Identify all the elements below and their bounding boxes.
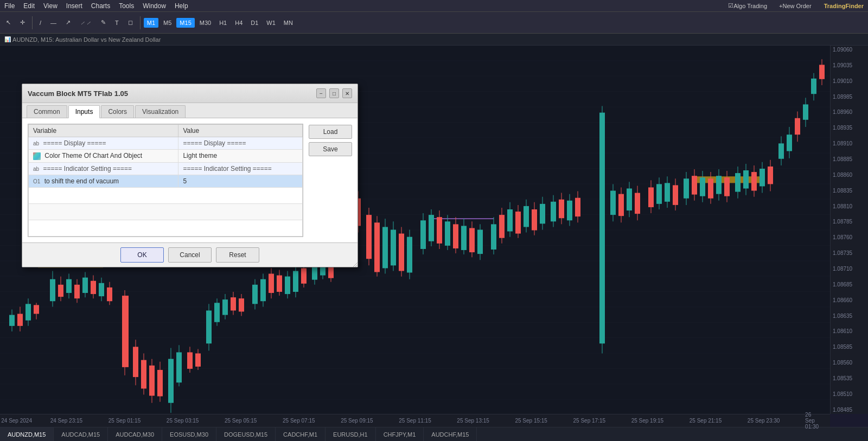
- toolbar-sep-2: [140, 16, 141, 29]
- var-cell: Color Theme Of Chart And Object: [29, 150, 178, 163]
- table-row-empty: [29, 203, 303, 220]
- pencil-tool[interactable]: ✎: [97, 15, 110, 30]
- variable-table: Variable Value ab ===== Display =====: [28, 124, 303, 237]
- menu-window[interactable]: Window: [143, 2, 166, 10]
- val-cell[interactable]: 5: [178, 175, 303, 187]
- algo-trading-button[interactable]: ☑ Algo Trading: [724, 0, 771, 14]
- menu-file[interactable]: File: [4, 2, 15, 10]
- ab-icon-2: ab: [33, 166, 39, 172]
- close-button[interactable]: ✕: [342, 88, 352, 98]
- load-button[interactable]: Load: [309, 125, 352, 139]
- var-cell: ab ===== Display =====: [29, 137, 178, 150]
- menu-insert[interactable]: Insert: [66, 2, 82, 10]
- val-cell[interactable]: Light theme: [178, 150, 303, 163]
- bottom-tab-3[interactable]: EOSUSD,M30: [162, 427, 216, 442]
- col-variable: Variable: [29, 125, 178, 137]
- dialog-title: Vaccum Block MT5 TFlab 1.05: [28, 90, 128, 98]
- chart-header: 📊 AUDNZD, M15: Australian Dollar vs New …: [0, 34, 868, 46]
- table-row-empty: [29, 220, 303, 236]
- toolbar-sep-1: [32, 16, 33, 29]
- var-cell: ab ===== Indicator Setting =====: [29, 162, 178, 175]
- tf-h4[interactable]: H4: [232, 18, 246, 28]
- dialog-title-bar: Vaccum Block MT5 TFlab 1.05 − □ ✕: [22, 84, 358, 103]
- val-cell: ===== Indicator Setting =====: [178, 162, 303, 175]
- tf-m15[interactable]: M15: [176, 18, 194, 28]
- tf-mn[interactable]: MN: [280, 18, 296, 28]
- crosshair-tool[interactable]: ✛: [16, 15, 29, 30]
- tab-common[interactable]: Common: [27, 105, 67, 118]
- tab-colors[interactable]: Colors: [101, 105, 134, 118]
- save-button[interactable]: Save: [309, 142, 352, 156]
- arrow-tool[interactable]: ↖: [2, 15, 15, 30]
- bottom-tab-8[interactable]: AUDCHF,M15: [424, 427, 477, 442]
- shapes-tool[interactable]: ◻: [124, 15, 137, 30]
- tf-m1[interactable]: M1: [144, 18, 158, 28]
- bottom-tab-1[interactable]: AUDCAD,M15: [54, 427, 108, 442]
- menu-view[interactable]: View: [43, 2, 58, 10]
- reset-button[interactable]: Reset: [216, 247, 259, 263]
- algo-area: ☑ Algo Trading + New Order TradingFinder: [724, 0, 864, 14]
- time-label: 25 Sep 11:15: [399, 418, 431, 424]
- line-tool[interactable]: /: [36, 15, 45, 30]
- logo-text: TradingFinder: [824, 3, 864, 9]
- tf-d1[interactable]: D1: [247, 18, 261, 28]
- bottom-tab-2[interactable]: AUDCAD,M30: [108, 427, 162, 442]
- tf-m5[interactable]: M5: [160, 18, 175, 28]
- menu-help[interactable]: Help: [175, 2, 188, 10]
- time-label: 26 Sep 01:30: [805, 412, 822, 430]
- col-value: Value: [178, 125, 303, 137]
- time-label: 25 Sep 13:15: [457, 418, 489, 424]
- dialog-body: Variable Value ab ===== Display =====: [22, 118, 358, 242]
- ok-button[interactable]: OK: [120, 247, 164, 263]
- new-order-button[interactable]: + New Order: [775, 0, 815, 14]
- maximize-button[interactable]: □: [329, 88, 339, 98]
- tf-w1[interactable]: W1: [263, 18, 279, 28]
- table-row[interactable]: Color Theme Of Chart And Object Light th…: [29, 150, 303, 163]
- dialog-tabs: Common Inputs Colors Visualization: [22, 103, 358, 118]
- time-label: 25 Sep 23:30: [748, 418, 780, 424]
- val-cell: ===== Display =====: [178, 137, 303, 150]
- svg-line-184: [355, 265, 358, 267]
- time-label: 25 Sep 09:15: [341, 418, 373, 424]
- time-label: 25 Sep 03:15: [167, 418, 199, 424]
- time-label: 25 Sep 05:15: [225, 418, 257, 424]
- trendline-tool[interactable]: ↗: [62, 15, 74, 30]
- tab-visualization[interactable]: Visualization: [135, 105, 186, 118]
- time-label: 25 Sep 21:15: [690, 418, 722, 424]
- time-label: 25 Sep 17:15: [573, 418, 606, 424]
- menu-bar: File Edit View Insert Charts Tools Windo…: [0, 0, 868, 12]
- bottom-tab-5[interactable]: CADCHF,M1: [276, 427, 326, 442]
- channel-tool[interactable]: ⟋⟋: [76, 15, 95, 30]
- var-cell: O1 to shift the end of vacuum: [29, 175, 178, 187]
- menu-edit[interactable]: Edit: [23, 2, 35, 10]
- variable-table-wrapper: Variable Value ab ===== Display =====: [28, 124, 303, 237]
- dialog-controls: − □ ✕: [316, 88, 352, 98]
- hline-tool[interactable]: —: [47, 15, 60, 30]
- minimize-button[interactable]: −: [316, 88, 326, 98]
- menu-charts[interactable]: Charts: [91, 2, 110, 10]
- time-axis: 24 Sep 2024 24 Sep 23:15 25 Sep 01:15 25…: [0, 414, 830, 427]
- chart-body[interactable]: 1.09060 1.09035 1.09010 1.08985 1.08960 …: [0, 46, 868, 414]
- cancel-button[interactable]: Cancel: [168, 247, 212, 263]
- svg-line-183: [353, 263, 358, 267]
- dialog-footer: OK Cancel Reset: [22, 242, 358, 267]
- main-section: 📊 AUDNZD, M15: Australian Dollar vs New …: [0, 34, 868, 427]
- bottom-tab-4[interactable]: DOGEUSD,M15: [216, 427, 276, 442]
- tf-m30[interactable]: M30: [196, 18, 214, 28]
- resize-icon: [351, 260, 358, 267]
- bottom-tab-6[interactable]: EURUSD,H1: [326, 427, 376, 442]
- text-tool[interactable]: T: [111, 15, 123, 30]
- table-row-empty: [29, 187, 303, 203]
- table-row-selected[interactable]: O1 to shift the end of vacuum 5: [29, 175, 303, 187]
- tab-inputs[interactable]: Inputs: [68, 105, 100, 118]
- time-label: 25 Sep 19:15: [631, 418, 664, 424]
- indicator-dialog: Vaccum Block MT5 TFlab 1.05 − □ ✕ Common…: [22, 84, 358, 267]
- ab-icon: ab: [33, 140, 39, 146]
- dialog-resize-handle[interactable]: [351, 260, 358, 267]
- dialog-overlay: Vaccum Block MT5 TFlab 1.05 − □ ✕ Common…: [0, 46, 868, 414]
- tf-h1[interactable]: H1: [216, 18, 230, 28]
- menu-tools[interactable]: Tools: [119, 2, 134, 10]
- time-label: 25 Sep 01:15: [108, 418, 141, 424]
- bottom-tab-0[interactable]: AUDNZD,M15: [0, 427, 54, 442]
- bottom-tab-7[interactable]: CHFJPY,M1: [376, 427, 424, 442]
